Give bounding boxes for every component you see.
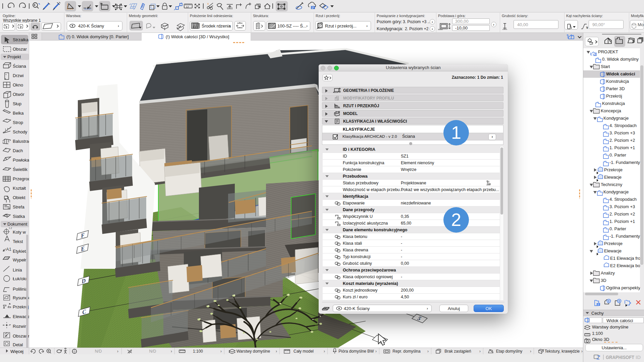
- svg-text:A1: A1: [6, 247, 11, 252]
- svg-text:D: D: [81, 277, 86, 285]
- svg-text:1.2: 1.2: [9, 227, 12, 229]
- svg-text:ID: ID: [636, 354, 641, 360]
- svg-text:E: E: [80, 245, 85, 252]
- svg-text:GRAPHISOFT: GRAPHISOFT: [606, 354, 634, 360]
- svg-text:α: α: [586, 26, 588, 29]
- svg-text:12: 12: [186, 5, 189, 8]
